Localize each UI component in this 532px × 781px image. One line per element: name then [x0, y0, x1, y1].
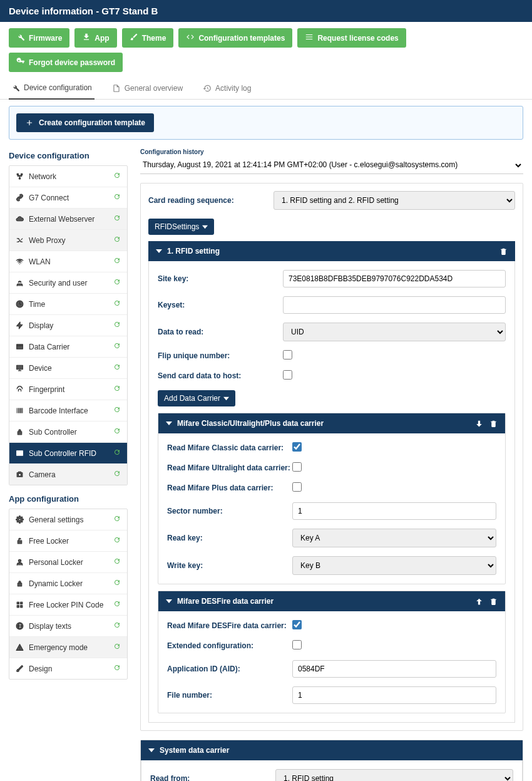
refresh-icon[interactable] [113, 579, 121, 588]
refresh-icon[interactable] [113, 214, 121, 224]
refresh-icon[interactable] [113, 193, 121, 202]
refresh-icon[interactable] [113, 427, 121, 437]
refresh-icon[interactable] [113, 257, 121, 266]
refresh-icon[interactable] [113, 406, 121, 415]
refresh-icon[interactable] [113, 515, 121, 524]
read-plus-checkbox[interactable] [292, 482, 302, 492]
sidebar-item-g7-connect[interactable]: G7 Connect [9, 187, 127, 209]
arrow-down-icon[interactable] [475, 420, 483, 428]
rfid-setting-1-header[interactable]: 1. RFID setting [148, 241, 515, 261]
refresh-icon[interactable] [113, 172, 121, 181]
card-sequence-select[interactable]: 1. RFID setting and 2. RFID setting [274, 191, 515, 210]
tab-general-overview[interactable]: General overview [110, 78, 185, 99]
sidebar-item-time[interactable]: Time [9, 294, 127, 315]
config-history-label: Configuration history [140, 148, 523, 155]
refresh-icon[interactable] [113, 664, 121, 673]
refresh-icon[interactable] [113, 321, 121, 330]
mifare-classic-header[interactable]: Mifare Classic/Ultralight/Plus data carr… [158, 413, 505, 433]
writekey-select[interactable]: Key B [292, 556, 496, 575]
sidebar-item-device[interactable]: Device [9, 358, 127, 379]
refresh-icon[interactable] [113, 278, 121, 287]
sidebar-item-display-texts[interactable]: Display texts [9, 616, 127, 637]
extconf-checkbox[interactable] [292, 640, 302, 649]
trash-icon[interactable] [489, 597, 498, 606]
sidebar-item-barcode-interface[interactable]: Barcode Interface [9, 400, 127, 422]
download-icon [82, 33, 91, 43]
toolbar: Firmware App Theme Configuration templat… [0, 22, 532, 72]
sidebar-item-network[interactable]: Network [9, 166, 127, 187]
refresh-icon[interactable] [113, 342, 121, 351]
mifare-desfire-header[interactable]: Mifare DESFire data carrier [158, 591, 505, 611]
key-icon [16, 57, 25, 68]
trash-icon[interactable] [499, 247, 508, 256]
sidebar-item-general-settings[interactable]: General settings [9, 509, 127, 530]
sidebar-item-camera[interactable]: Camera [9, 464, 127, 485]
sitekey-input[interactable] [283, 270, 506, 287]
read-ultra-checkbox[interactable] [292, 462, 302, 472]
sidebar-item-security-and-user[interactable]: Security and user [9, 272, 127, 294]
sidebar-item-emergency-mode[interactable]: Emergency mode [9, 637, 127, 658]
sendhost-label: Send card data to host: [158, 371, 283, 380]
tab-device-configuration[interactable]: Device configuration [9, 78, 95, 100]
sidebar-item-design[interactable]: Design [9, 658, 127, 679]
keyset-input[interactable] [283, 296, 506, 314]
sidebar-item-dynamic-locker[interactable]: Dynamic Locker [9, 573, 127, 594]
sidebar-item-web-proxy[interactable]: Web Proxy [9, 230, 127, 251]
sidebar-item-external-webserver[interactable]: External Webserver [9, 209, 127, 230]
refresh-icon[interactable] [113, 536, 121, 546]
sidebar-item-sub-controller-rfid[interactable]: Sub Controller RFID [9, 443, 127, 464]
aid-input[interactable] [292, 660, 496, 678]
flip-checkbox[interactable] [283, 350, 292, 359]
writekey-label: Write key: [167, 561, 292, 570]
refresh-icon[interactable] [113, 643, 121, 652]
sidebar-item-free-locker-pin-code[interactable]: Free Locker PIN Code [9, 594, 127, 616]
refresh-icon[interactable] [113, 235, 121, 245]
refresh-icon[interactable] [113, 470, 121, 479]
theme-button[interactable]: Theme [122, 28, 174, 48]
read-ultra-label: Read Mifare Ultralight data carrier: [167, 463, 292, 472]
forgot-password-button[interactable]: Forgot device password [9, 53, 123, 72]
sendhost-checkbox[interactable] [283, 370, 292, 380]
sector-label: Sector number: [167, 507, 292, 515]
read-classic-checkbox[interactable] [292, 442, 302, 452]
read-desfire-checkbox[interactable] [292, 620, 302, 629]
page-title: Device information - GT7 Stand B [0, 0, 532, 22]
sector-input[interactable] [292, 502, 496, 520]
readkey-select[interactable]: Key A [292, 529, 496, 547]
refresh-icon[interactable] [113, 600, 121, 609]
request-license-button[interactable]: Request license codes [297, 28, 406, 48]
sidebar-item-personal-locker[interactable]: Personal Locker [9, 552, 127, 573]
refresh-icon[interactable] [113, 363, 121, 373]
add-data-carrier-button[interactable]: Add Data Carrier [158, 390, 235, 406]
readfrom-select[interactable]: 1. RFID setting [275, 769, 513, 781]
arrow-up-icon[interactable] [475, 597, 483, 606]
sidebar-item-fingerprint[interactable]: Fingerprint [9, 379, 127, 400]
system-dc-header[interactable]: System data carrier [141, 740, 523, 760]
file-label: File number: [167, 691, 292, 700]
refresh-icon[interactable] [113, 299, 121, 309]
rfid-settings-dropdown[interactable]: RFIDSettings [148, 219, 214, 235]
sidebar-item-data-carrier[interactable]: Data Carrier [9, 336, 127, 358]
app-button[interactable]: App [74, 28, 116, 48]
file-input[interactable] [292, 686, 496, 704]
app-nav: General settingsFree LockerPersonal Lock… [9, 509, 128, 680]
datatoread-select[interactable]: UID [283, 323, 506, 341]
sidebar-item-wlan[interactable]: WLAN [9, 251, 127, 272]
sidebar-item-display[interactable]: Display [9, 315, 127, 336]
refresh-icon[interactable] [113, 621, 121, 631]
trash-icon[interactable] [489, 420, 498, 428]
history-icon [203, 84, 212, 93]
firmware-button[interactable]: Firmware [9, 28, 69, 48]
config-history-select[interactable]: Thursday, August 19, 2021 at 12:41:14 PM… [140, 157, 523, 174]
refresh-icon[interactable] [113, 385, 121, 394]
create-template-button[interactable]: Create configuration template [16, 113, 154, 132]
brush-icon [130, 33, 138, 43]
refresh-icon[interactable] [113, 448, 121, 458]
refresh-icon[interactable] [113, 557, 121, 567]
sidebar-item-sub-controller[interactable]: Sub Controller [9, 422, 127, 443]
config-templates-button[interactable]: Configuration templates [178, 28, 292, 48]
tab-activity-log[interactable]: Activity log [200, 78, 253, 99]
chevron-down-icon [148, 747, 155, 753]
datatoread-label: Data to read: [158, 328, 283, 336]
sidebar-item-free-locker[interactable]: Free Locker [9, 530, 127, 552]
